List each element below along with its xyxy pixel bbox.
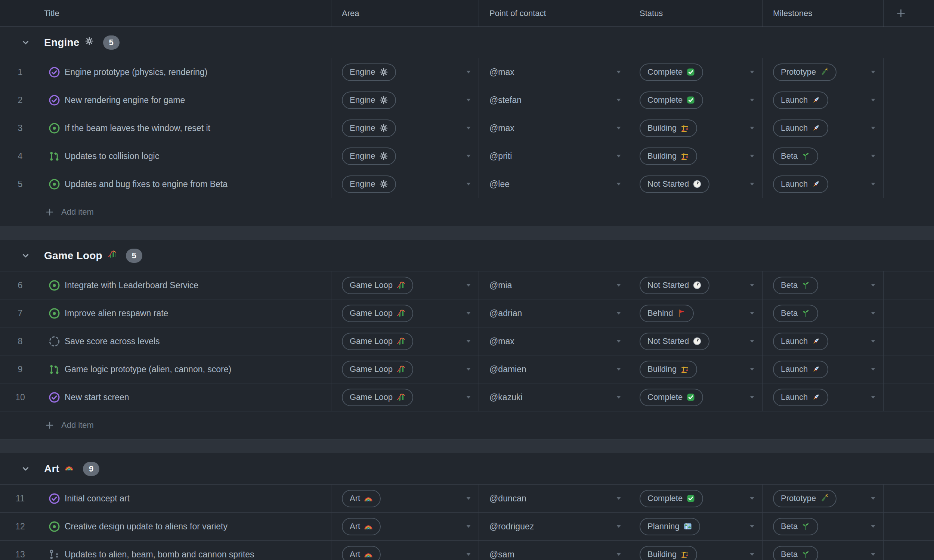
status-cell[interactable]: Building bbox=[629, 142, 763, 170]
item-title[interactable]: Creative design update to aliens for var… bbox=[65, 522, 228, 532]
dropdown-caret-icon[interactable] bbox=[869, 522, 877, 531]
status-cell[interactable]: Building bbox=[629, 541, 763, 560]
dropdown-caret-icon[interactable] bbox=[869, 96, 877, 104]
group-header[interactable]: Game Loop 5 bbox=[0, 240, 934, 271]
dropdown-caret-icon[interactable] bbox=[464, 550, 473, 558]
dropdown-caret-icon[interactable] bbox=[615, 152, 623, 160]
item-title[interactable]: Updates to alien, beam, bomb and cannon … bbox=[65, 549, 254, 560]
dropdown-caret-icon[interactable] bbox=[464, 96, 473, 104]
column-header-area[interactable]: Area bbox=[331, 0, 479, 26]
dropdown-caret-icon[interactable] bbox=[748, 550, 756, 558]
status-cell[interactable]: Building bbox=[629, 114, 763, 142]
point-of-contact-cell[interactable]: @max bbox=[479, 328, 629, 355]
point-of-contact-cell[interactable]: @kazuki bbox=[479, 383, 629, 411]
dropdown-caret-icon[interactable] bbox=[615, 522, 623, 531]
point-of-contact-cell[interactable]: @rodriguez bbox=[479, 512, 629, 540]
milestone-cell[interactable]: Beta bbox=[763, 142, 883, 170]
dropdown-caret-icon[interactable] bbox=[748, 152, 756, 160]
group-header[interactable]: Engine 5 bbox=[0, 27, 934, 58]
dropdown-caret-icon[interactable] bbox=[869, 180, 877, 188]
dropdown-caret-icon[interactable] bbox=[464, 365, 473, 373]
status-cell[interactable]: Complete bbox=[629, 485, 763, 512]
status-cell[interactable]: Building bbox=[629, 355, 763, 383]
dropdown-caret-icon[interactable] bbox=[464, 281, 473, 289]
dropdown-caret-icon[interactable] bbox=[464, 124, 473, 132]
milestone-cell[interactable]: Launch bbox=[763, 170, 883, 198]
title-cell[interactable]: 4 Updates to collision logic bbox=[0, 142, 331, 170]
title-cell[interactable]: 3 If the beam leaves the window, reset i… bbox=[0, 114, 331, 142]
point-of-contact-cell[interactable]: @max bbox=[479, 114, 629, 142]
title-cell[interactable]: 13 Updates to alien, beam, bomb and cann… bbox=[0, 541, 331, 560]
area-cell[interactable]: Art bbox=[331, 485, 479, 512]
dropdown-caret-icon[interactable] bbox=[464, 152, 473, 160]
milestone-cell[interactable]: Beta bbox=[763, 299, 883, 327]
item-title[interactable]: New start screen bbox=[65, 392, 129, 403]
dropdown-caret-icon[interactable] bbox=[748, 393, 756, 402]
milestone-cell[interactable]: Launch bbox=[763, 114, 883, 142]
dropdown-caret-icon[interactable] bbox=[869, 152, 877, 160]
item-title[interactable]: Game logic prototype (alien, cannon, sco… bbox=[65, 365, 231, 374]
dropdown-caret-icon[interactable] bbox=[464, 494, 473, 503]
area-cell[interactable]: Art bbox=[331, 541, 479, 560]
chevron-down-icon[interactable] bbox=[20, 37, 31, 48]
status-cell[interactable]: Not Started bbox=[629, 271, 763, 299]
group-header[interactable]: Art 9 bbox=[0, 453, 934, 485]
area-cell[interactable]: Game Loop bbox=[331, 355, 479, 383]
status-cell[interactable]: Complete bbox=[629, 86, 763, 114]
milestone-cell[interactable]: Launch bbox=[763, 86, 883, 114]
milestone-cell[interactable]: Beta bbox=[763, 512, 883, 540]
dropdown-caret-icon[interactable] bbox=[615, 68, 623, 76]
dropdown-caret-icon[interactable] bbox=[748, 180, 756, 188]
point-of-contact-cell[interactable]: @max bbox=[479, 58, 629, 86]
add-column-button[interactable] bbox=[883, 0, 934, 26]
dropdown-caret-icon[interactable] bbox=[869, 337, 877, 345]
dropdown-caret-icon[interactable] bbox=[748, 522, 756, 531]
area-cell[interactable]: Engine bbox=[331, 58, 479, 86]
status-cell[interactable]: Planning bbox=[629, 512, 763, 540]
status-cell[interactable]: Not Started bbox=[629, 328, 763, 355]
status-cell[interactable]: Complete bbox=[629, 383, 763, 411]
point-of-contact-cell[interactable]: @adrian bbox=[479, 299, 629, 327]
item-title[interactable]: Improve alien respawn rate bbox=[65, 308, 168, 318]
title-cell[interactable]: 8 Save score across levels bbox=[0, 328, 331, 355]
item-title[interactable]: Engine prototype (physics, rendering) bbox=[65, 67, 207, 77]
title-cell[interactable]: 1 Engine prototype (physics, rendering) bbox=[0, 58, 331, 86]
dropdown-caret-icon[interactable] bbox=[464, 309, 473, 317]
dropdown-caret-icon[interactable] bbox=[615, 337, 623, 345]
title-cell[interactable]: 10 New start screen bbox=[0, 383, 331, 411]
dropdown-caret-icon[interactable] bbox=[869, 393, 877, 402]
dropdown-caret-icon[interactable] bbox=[869, 309, 877, 317]
dropdown-caret-icon[interactable] bbox=[748, 96, 756, 104]
column-header-milestones[interactable]: Milestones bbox=[763, 0, 883, 26]
dropdown-caret-icon[interactable] bbox=[748, 494, 756, 503]
dropdown-caret-icon[interactable] bbox=[615, 124, 623, 132]
item-title[interactable]: If the beam leaves the window, reset it bbox=[65, 123, 210, 133]
dropdown-caret-icon[interactable] bbox=[615, 494, 623, 503]
area-cell[interactable]: Engine bbox=[331, 142, 479, 170]
dropdown-caret-icon[interactable] bbox=[615, 281, 623, 289]
area-cell[interactable]: Art bbox=[331, 512, 479, 540]
status-cell[interactable]: Not Started bbox=[629, 170, 763, 198]
dropdown-caret-icon[interactable] bbox=[615, 96, 623, 104]
milestone-cell[interactable]: Prototype bbox=[763, 58, 883, 86]
column-header-point-of-contact[interactable]: Point of contact bbox=[479, 0, 629, 26]
dropdown-caret-icon[interactable] bbox=[464, 180, 473, 188]
status-cell[interactable]: Complete bbox=[629, 58, 763, 86]
milestone-cell[interactable]: Prototype bbox=[763, 485, 883, 512]
item-title[interactable]: Updates and bug fixes to engine from Bet… bbox=[65, 179, 228, 189]
milestone-cell[interactable]: Launch bbox=[763, 383, 883, 411]
item-title[interactable]: Save score across levels bbox=[65, 336, 160, 346]
title-cell[interactable]: 12 Creative design update to aliens for … bbox=[0, 512, 331, 540]
dropdown-caret-icon[interactable] bbox=[869, 68, 877, 76]
point-of-contact-cell[interactable]: @damien bbox=[479, 355, 629, 383]
title-cell[interactable]: 6 Integrate with Leaderboard Service bbox=[0, 271, 331, 299]
area-cell[interactable]: Game Loop bbox=[331, 328, 479, 355]
area-cell[interactable]: Game Loop bbox=[331, 271, 479, 299]
point-of-contact-cell[interactable]: @lee bbox=[479, 170, 629, 198]
dropdown-caret-icon[interactable] bbox=[615, 309, 623, 317]
milestone-cell[interactable]: Beta bbox=[763, 271, 883, 299]
chevron-down-icon[interactable] bbox=[20, 251, 31, 261]
dropdown-caret-icon[interactable] bbox=[464, 337, 473, 345]
title-cell[interactable]: 5 Updates and bug fixes to engine from B… bbox=[0, 170, 331, 198]
add-item-button[interactable]: Add item bbox=[0, 411, 934, 439]
